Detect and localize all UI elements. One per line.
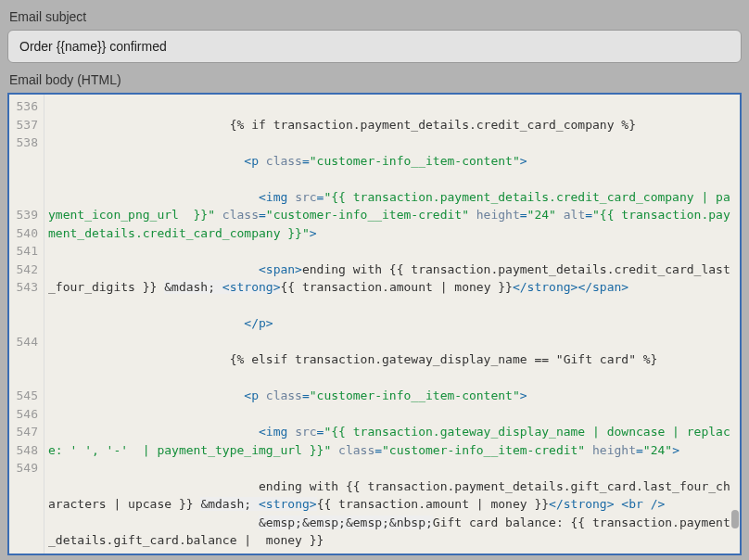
scrollbar-thumb[interactable] [731,510,739,528]
code-gutter: 5365375385395405415425435445455465475485… [9,95,44,554]
email-subject-label: Email subject [9,9,742,24]
scrollbar-track[interactable] [730,95,740,554]
email-body-editor[interactable]: 5365375385395405415425435445455465475485… [7,93,742,555]
email-body-label: Email body (HTML) [9,72,742,87]
code-content[interactable]: {% if transaction.payment_details.credit… [44,95,740,554]
email-subject-input[interactable] [7,30,742,63]
